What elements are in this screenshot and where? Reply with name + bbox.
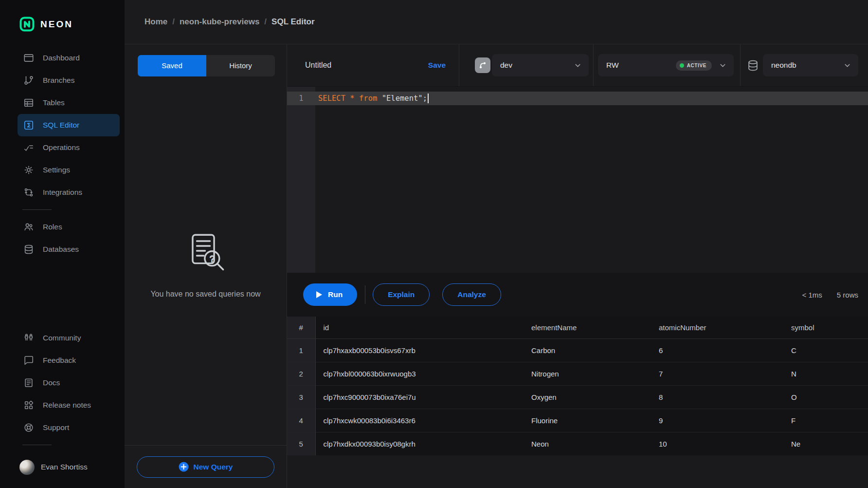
result-meta: < 1ms 5 rows	[802, 291, 858, 299]
query-duration: < 1ms	[802, 291, 822, 299]
table-filler	[287, 455, 868, 488]
run-button[interactable]: Run	[303, 283, 357, 306]
sidebar-item-dashboard[interactable]: Dashboard	[18, 47, 120, 69]
sidebar-item-roles[interactable]: Roles	[18, 216, 120, 238]
table-cell: F	[783, 409, 868, 432]
code-text: SELECT * from "Element";	[315, 94, 429, 103]
sidebar-item-release-notes[interactable]: Release notes	[18, 394, 120, 416]
column-header-id: id	[315, 317, 524, 338]
sidebar: NEON DashboardBranchesTablesSQL EditorOp…	[0, 0, 125, 488]
row-number: 3	[287, 385, 315, 409]
breadcrumb-separator: /	[264, 17, 267, 27]
sidebar-item-branches[interactable]: Branches	[18, 69, 120, 92]
queries-empty-state: ? You have no saved queries now	[125, 87, 287, 445]
sidebar-item-tables[interactable]: Tables	[18, 92, 120, 114]
table-cell: Carbon	[524, 338, 651, 362]
new-query-button[interactable]: New Query	[137, 456, 274, 478]
editor-lines: 1SELECT * from "Element";	[287, 92, 868, 105]
roles-icon	[23, 222, 34, 232]
tab-history[interactable]: History	[206, 55, 275, 76]
sidebar-item-label: Community	[43, 334, 81, 342]
branches-icon	[23, 75, 34, 86]
sidebar-item-label: Release notes	[43, 401, 91, 410]
column-header-num: #	[287, 317, 315, 338]
sidebar-nav: DashboardBranchesTablesSQL EditorOperati…	[0, 35, 125, 439]
sidebar-item-operations[interactable]: Operations	[18, 136, 120, 159]
editor-gutter	[287, 87, 315, 273]
user-name: Evan Shortiss	[41, 463, 88, 471]
sidebar-item-docs[interactable]: Docs	[18, 372, 120, 394]
toolbar-divider	[593, 44, 594, 86]
sidebar-item-label: Branches	[43, 76, 74, 85]
user-menu[interactable]: Evan Shortiss	[0, 451, 125, 488]
sidebar-item-settings[interactable]: Settings	[18, 159, 120, 181]
sidebar-item-label: Dashboard	[43, 54, 80, 62]
breadcrumb: Home/neon-kube-previews/SQL Editor	[145, 17, 315, 27]
table-cell: clp7hxaxb00053b0isvs67xrb	[315, 338, 524, 362]
database-select-value: neondb	[771, 61, 796, 70]
toolbar-divider	[740, 44, 741, 86]
branch-select-value: dev	[500, 61, 512, 70]
table-cell: C	[783, 338, 868, 362]
tables-icon	[23, 97, 34, 108]
sidebar-item-feedback[interactable]: Feedback	[18, 349, 120, 372]
sidebar-spacer	[18, 261, 120, 327]
chevron-down-icon	[719, 61, 727, 70]
table-row: 3clp7hxc9000073b0ixa76ei7uOxygen8O	[287, 385, 868, 409]
sql-editor-icon	[23, 120, 34, 131]
release-notes-icon	[23, 400, 34, 411]
chevron-down-icon	[843, 61, 851, 70]
code-editor[interactable]: 1SELECT * from "Element";	[287, 87, 868, 273]
explain-button[interactable]: Explain	[373, 283, 430, 306]
table-row: 2clp7hxbl000063b0ixrwuogb3Nitrogen7N	[287, 362, 868, 385]
tab-saved[interactable]: Saved	[138, 55, 206, 76]
breadcrumb-item-sql-editor[interactable]: SQL Editor	[271, 17, 314, 27]
integrations-icon	[23, 187, 34, 198]
line-number: 1	[287, 94, 315, 103]
sidebar-item-support[interactable]: Support	[18, 416, 120, 439]
branch-chip-button[interactable]	[475, 57, 490, 73]
breadcrumb-item-home[interactable]: Home	[145, 17, 167, 27]
table-row: 4clp7hxcwk00083b0i6i3463r6Fluorine9F	[287, 409, 868, 432]
plus-icon	[179, 462, 189, 472]
table-cell: clp7hxbl000063b0ixrwuogb3	[315, 362, 524, 385]
table-cell: 9	[651, 409, 783, 432]
analyze-button[interactable]: Analyze	[442, 283, 501, 306]
sidebar-item-label: Tables	[43, 98, 65, 107]
breadcrumb-item-neon-kube-previews[interactable]: neon-kube-previews	[180, 17, 259, 27]
compute-select[interactable]: RW ACTIVE	[598, 54, 734, 76]
results-table: #idelementNameatomicNumbersymbol 1clp7hx…	[287, 317, 868, 455]
saved-queries-panel: SavedHistory ?	[125, 44, 287, 488]
table-cell: N	[783, 362, 868, 385]
sidebar-item-label: Databases	[43, 245, 79, 254]
settings-icon	[23, 165, 34, 175]
table-cell: clp7hxc9000073b0ixa76ei7u	[315, 385, 524, 409]
sidebar-item-label: Docs	[43, 378, 60, 387]
chevron-down-icon	[574, 61, 582, 70]
svg-text:?: ?	[209, 254, 214, 264]
sidebar-divider	[22, 209, 52, 210]
branch-select[interactable]: dev	[492, 54, 589, 76]
toolbar-divider	[365, 285, 365, 304]
table-row: 5clp7hxdkx00093b0isy08gkrhNeon10Ne	[287, 432, 868, 455]
column-header-elementname: elementName	[524, 317, 651, 338]
queries-panel-footer: New Query	[125, 445, 287, 488]
neon-logo[interactable]: NEON	[0, 0, 125, 35]
sidebar-item-integrations[interactable]: Integrations	[18, 181, 120, 204]
sidebar-item-label: SQL Editor	[43, 121, 79, 130]
table-cell: 6	[651, 338, 783, 362]
row-number: 4	[287, 409, 315, 432]
avatar	[19, 460, 35, 475]
database-select[interactable]: neondb	[763, 54, 858, 76]
dashboard-icon	[23, 53, 34, 63]
sidebar-item-label: Operations	[43, 143, 80, 152]
table-row: 1clp7hxaxb00053b0isvs67xrbCarbon6C	[287, 338, 868, 362]
sidebar-item-community[interactable]: Community	[18, 327, 120, 349]
table-cell: 8	[651, 385, 783, 409]
sidebar-item-label: Integrations	[43, 188, 82, 197]
sidebar-item-label: Roles	[43, 223, 62, 231]
save-button[interactable]: Save	[428, 61, 446, 70]
sidebar-item-databases[interactable]: Databases	[18, 238, 120, 261]
sidebar-item-sql-editor[interactable]: SQL Editor	[18, 114, 120, 136]
table-cell: Ne	[783, 432, 868, 455]
